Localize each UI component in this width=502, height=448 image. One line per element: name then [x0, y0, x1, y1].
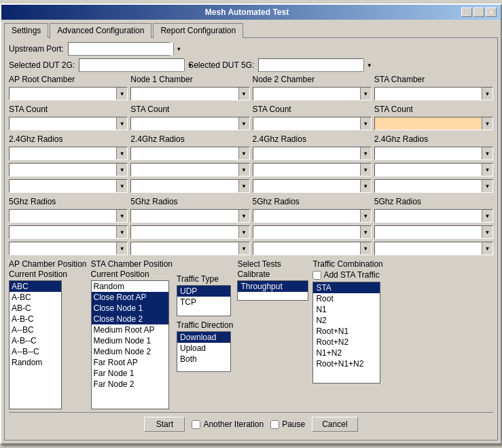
radios-5ghz-3-row1[interactable]: ▼: [374, 225, 493, 239]
pause-checkbox[interactable]: [270, 420, 279, 429]
combo-n2[interactable]: N2: [313, 315, 380, 326]
traffic-dir-both[interactable]: Both: [177, 354, 230, 365]
node2-chamber-arrow[interactable]: ▼: [360, 88, 371, 100]
ap-pos-item-a--bc[interactable]: A--BC: [10, 324, 61, 335]
sta-count-1-arrow[interactable]: ▼: [238, 117, 249, 130]
combo-root[interactable]: Root: [313, 293, 380, 304]
sta-pos-item-medium-root-ap[interactable]: Medium Root AP: [92, 324, 168, 335]
radios-5ghz-0-row0[interactable]: ▼: [9, 209, 128, 223]
node2-chamber-input[interactable]: Node2: [253, 88, 360, 100]
radios-5ghz-2-row1[interactable]: ▼: [253, 225, 372, 239]
sta-chamber-pos-list[interactable]: Random Close Root AP Close Node 1 Close …: [91, 280, 169, 409]
node2-chamber-select[interactable]: Node2 ▼: [253, 87, 372, 100]
sta-pos-item-close-node1[interactable]: Close Node 1: [92, 303, 168, 314]
radios-5ghz-0-row2[interactable]: ▼: [9, 242, 128, 255]
radios-2ghz-0-row2[interactable]: ▼: [9, 179, 128, 193]
tab-settings[interactable]: Settings: [4, 23, 48, 38]
selected-dut-2g-select[interactable]: RootAP orbimeshtest ▼: [79, 58, 184, 72]
another-iteration-checkbox[interactable]: [192, 420, 200, 429]
radios-5ghz-1-row1[interactable]: ▼: [130, 225, 249, 239]
add-sta-traffic-checkbox[interactable]: [312, 271, 321, 280]
maximize-button[interactable]: □: [473, 7, 484, 17]
sta-count-1-select[interactable]: 1 ▼: [130, 117, 249, 130]
sta-count-2-select[interactable]: 1 ▼: [253, 117, 372, 130]
close-button[interactable]: X: [486, 7, 497, 17]
selected-dut-5g-select[interactable]: RootAP orbimeshtest ▼: [258, 58, 363, 72]
sta-count-2-input[interactable]: 1: [253, 117, 360, 130]
traffic-direction-list[interactable]: Download Upload Both: [177, 331, 231, 372]
traffic-type-udp[interactable]: UDP: [177, 286, 230, 297]
ap-root-chamber-select[interactable]: RootAP ▼: [9, 87, 128, 100]
sta-chamber-arrow[interactable]: ▼: [482, 88, 492, 100]
traffic-type-list[interactable]: UDP TCP: [177, 285, 231, 316]
sta-count-3-input[interactable]: 20: [375, 117, 482, 130]
start-button[interactable]: Start: [144, 417, 185, 432]
radios-2ghz-1-row1[interactable]: ▼: [130, 163, 249, 176]
radios-5ghz-1-row0[interactable]: ▼: [130, 209, 249, 223]
ap-chamber-pos-list[interactable]: ABC A-BC AB-C A-B-C A--BC A-B--C A--B--C…: [9, 280, 62, 409]
sta-count-0-arrow[interactable]: ▼: [116, 117, 127, 130]
radios-2ghz-0-row0[interactable]: ▼: [9, 147, 128, 160]
sta-count-2-arrow[interactable]: ▼: [360, 117, 371, 130]
combo-sta[interactable]: STA: [313, 282, 380, 293]
tab-report-configuration[interactable]: Report Configuration: [153, 23, 243, 38]
node1-chamber-select[interactable]: Node1 ▼: [130, 87, 249, 100]
node1-chamber-input[interactable]: Node1: [131, 88, 238, 100]
sta-pos-item-close-root-ap[interactable]: Close Root AP: [92, 292, 168, 303]
radios-2ghz-2-row2[interactable]: ▼: [253, 179, 372, 193]
sta-chamber-select[interactable]: MobileStations ▼: [374, 87, 493, 100]
traffic-dir-download[interactable]: Download: [177, 332, 230, 343]
select-tests-list[interactable]: Throughput: [237, 280, 308, 301]
sta-pos-item-far-node2[interactable]: Far Node 2: [92, 379, 168, 390]
sta-count-1-input[interactable]: 1: [131, 117, 238, 130]
test-throughput[interactable]: Throughput: [238, 281, 308, 292]
traffic-type-tcp[interactable]: TCP: [177, 297, 230, 307]
radios-2ghz-3-row1[interactable]: ▼: [374, 163, 493, 176]
ap-pos-item-a-bc[interactable]: A-BC: [10, 292, 61, 303]
combo-root-n1-n2[interactable]: Root+N1+N2: [313, 358, 380, 369]
cancel-button[interactable]: Cancel: [312, 417, 357, 432]
sta-count-3-arrow[interactable]: ▼: [482, 117, 492, 130]
minimize-button[interactable]: _: [461, 7, 472, 17]
radios-2ghz-1-row2[interactable]: ▼: [130, 179, 249, 193]
ap-pos-item-ab-c[interactable]: AB-C: [10, 303, 61, 314]
ap-root-chamber-arrow[interactable]: ▼: [116, 88, 127, 100]
upstream-port-input[interactable]: 1.1.1 eth1: [69, 43, 173, 55]
selected-dut-5g-arrow[interactable]: ▼: [363, 59, 374, 71]
sta-pos-item-medium-node1[interactable]: Medium Node 1: [92, 335, 168, 346]
combo-root-n2[interactable]: Root+N2: [313, 337, 380, 348]
ap-pos-item-abc[interactable]: ABC: [10, 281, 61, 292]
sta-count-3-select[interactable]: 20 ▼: [374, 117, 493, 130]
radios-2ghz-2-row1[interactable]: ▼: [253, 163, 372, 176]
radios-5ghz-2-row0[interactable]: ▼: [253, 209, 372, 223]
ap-root-chamber-input[interactable]: RootAP: [10, 88, 116, 100]
radios-2ghz-0-row1[interactable]: ▼: [9, 163, 128, 176]
selected-dut-5g-input[interactable]: RootAP orbimeshtest: [259, 59, 363, 71]
radios-5ghz-3-row0[interactable]: 1.1.2 wiphy0 ▼: [374, 209, 493, 223]
sta-pos-item-far-root-ap[interactable]: Far Root AP: [92, 357, 168, 368]
radios-5ghz-3-row2[interactable]: ▼: [374, 242, 493, 255]
sta-pos-item-far-node1[interactable]: Far Node 1: [92, 368, 168, 379]
ap-pos-item-a-b-c[interactable]: A-B-C: [10, 314, 61, 324]
radios-2ghz-1-row0[interactable]: ▼: [130, 147, 249, 160]
sta-chamber-input[interactable]: MobileStations: [375, 88, 482, 100]
radios-2ghz-3-row2[interactable]: ▼: [374, 179, 493, 193]
upstream-port-arrow[interactable]: ▼: [173, 43, 184, 55]
sta-count-0-select[interactable]: 1 ▼: [9, 117, 128, 130]
combo-root-n1[interactable]: Root+N1: [313, 326, 380, 337]
tab-advanced-configuration[interactable]: Advanced Configuration: [50, 23, 151, 38]
ap-pos-item-a--b--c[interactable]: A--B--C: [10, 346, 61, 357]
radios-2ghz-2-row0[interactable]: ▼: [253, 147, 372, 160]
radios-5ghz-1-row2[interactable]: ▼: [130, 242, 249, 255]
selected-dut-2g-input[interactable]: RootAP orbimeshtest: [79, 59, 184, 71]
sta-pos-item-medium-node2[interactable]: Medium Node 2: [92, 346, 168, 357]
sta-pos-item-close-node2[interactable]: Close Node 2: [92, 314, 168, 324]
sta-pos-item-random[interactable]: Random: [92, 281, 168, 292]
combo-n1[interactable]: N1: [313, 304, 380, 315]
radios-5ghz-3-input[interactable]: 1.1.2 wiphy0: [375, 210, 482, 222]
traffic-combo-list[interactable]: STA Root N1 N2 Root+N1 Root+N2 N1+N2 Roo…: [312, 282, 380, 384]
combo-n1-n2[interactable]: N1+N2: [313, 348, 380, 358]
radios-2ghz-3-row0[interactable]: ▼: [374, 147, 493, 160]
node1-chamber-arrow[interactable]: ▼: [238, 88, 249, 100]
radios-5ghz-0-row1[interactable]: ▼: [9, 225, 128, 239]
